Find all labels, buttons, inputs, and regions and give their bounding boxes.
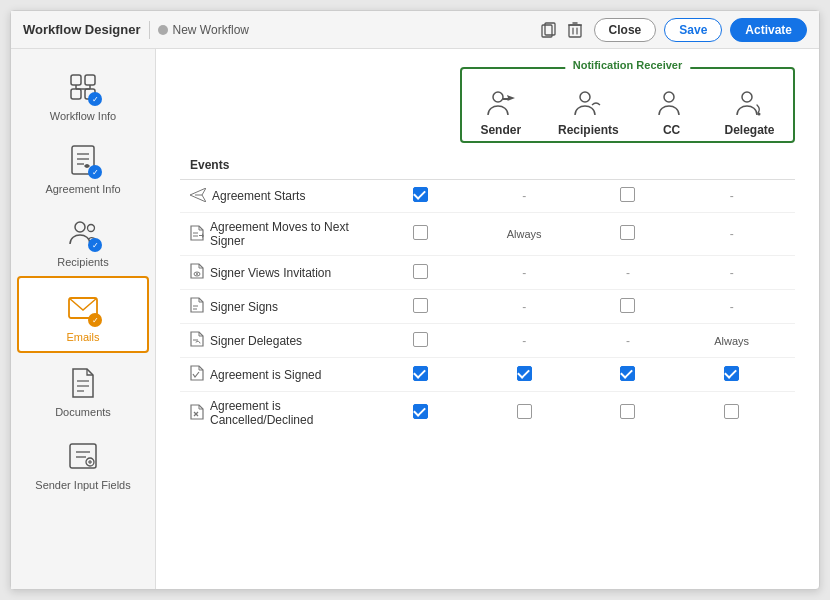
svg-point-41 [196, 273, 198, 275]
svg-point-32 [580, 92, 590, 102]
emails-badge: ✓ [88, 313, 102, 327]
sidebar-item-recipients[interactable]: ✓ Recipients [11, 203, 155, 276]
event-icon-1 [190, 225, 204, 244]
sidebar-item-emails[interactable]: ✓ Emails [17, 276, 149, 353]
sender-cell-3 [380, 290, 461, 324]
checkbox-checked[interactable] [413, 366, 428, 381]
checkbox-unchecked[interactable] [413, 225, 428, 240]
recipients-icon-wrap: ✓ [63, 213, 103, 253]
sidebar-label-agreement-info: Agreement Info [45, 183, 120, 195]
agreement-info-badge: ✓ [88, 165, 102, 179]
copy-icon[interactable] [541, 22, 558, 38]
svg-point-19 [88, 225, 95, 232]
delete-icon[interactable] [568, 22, 582, 38]
svg-rect-24 [70, 444, 96, 468]
event-name-cell: Agreement is Cancelled/Declined [180, 392, 380, 435]
checkbox-unchecked[interactable] [620, 404, 635, 419]
delegate-col-spacer [668, 151, 795, 180]
app-title: Workflow Designer [23, 22, 141, 37]
recipients-cell-4: - [461, 324, 588, 358]
recipients-cell-0: - [461, 180, 588, 213]
table-row: Agreement is Signed [180, 358, 795, 392]
svg-point-30 [493, 92, 503, 102]
workflow-info-icon-wrap: ✓ [63, 67, 103, 107]
svg-rect-2 [569, 25, 581, 37]
always-text: Always [714, 335, 749, 347]
checkbox-unchecked[interactable] [413, 332, 428, 347]
sidebar-item-agreement-info[interactable]: ✓ Agreement Info [11, 130, 155, 203]
body: ✓ Workflow Info ✓ Agreement Info [11, 49, 819, 589]
dash-text: - [626, 334, 630, 348]
cc-cell-1 [587, 213, 668, 256]
sender-header-label: Sender [480, 123, 521, 137]
sender-input-fields-icon-wrap [63, 436, 103, 476]
checkbox-unchecked[interactable] [724, 404, 739, 419]
header-icon-group [541, 22, 582, 38]
table-row: Signer Delegates - - Always [180, 324, 795, 358]
workflow-name-label: New Workflow [173, 23, 249, 37]
svg-rect-7 [71, 75, 81, 85]
event-icon-3 [190, 297, 204, 316]
checkbox-checked[interactable] [517, 366, 532, 381]
event-icon-4 [190, 331, 204, 350]
svg-point-35 [757, 113, 760, 116]
event-name-cell: Signer Signs [180, 290, 380, 324]
sidebar-item-sender-input-fields[interactable]: Sender Input Fields [11, 426, 155, 499]
recipients-cell-6 [461, 392, 588, 435]
activate-button[interactable]: Activate [730, 18, 807, 42]
event-icon-2 [190, 263, 204, 282]
delegate-cell-0: - [668, 180, 795, 213]
recipients-cell-1: Always [461, 213, 588, 256]
dash-text: - [730, 189, 734, 203]
dash-text: - [522, 266, 526, 280]
close-button[interactable]: Close [594, 18, 657, 42]
event-name-cell: Signer Views Invitation [180, 256, 380, 290]
sender-cell-0 [380, 180, 461, 213]
sidebar-label-emails: Emails [66, 331, 99, 343]
event-label: Agreement Moves to Next Signer [210, 220, 370, 248]
cc-cell-4: - [587, 324, 668, 358]
app-window: Workflow Designer New Workflow [10, 10, 820, 590]
header-buttons: Close Save Activate [594, 18, 807, 42]
sidebar-item-documents[interactable]: Documents [11, 353, 155, 426]
documents-icon-wrap [63, 363, 103, 403]
event-name-cell: Agreement Moves to Next Signer [180, 213, 380, 256]
svg-point-34 [742, 92, 752, 102]
checkbox-unchecked[interactable] [620, 225, 635, 240]
checkbox-unchecked[interactable] [620, 187, 635, 202]
svg-marker-31 [503, 95, 515, 101]
checkbox-checked[interactable] [413, 404, 428, 419]
sidebar-label-recipients: Recipients [57, 256, 108, 268]
dash-text: - [730, 266, 734, 280]
sender-col-spacer [380, 151, 461, 180]
svg-rect-9 [71, 89, 81, 99]
recipients-cell-5 [461, 358, 588, 392]
sender-column-header: Sender [480, 87, 521, 137]
delegate-header-label: Delegate [724, 123, 774, 137]
table-row: Agreement is Cancelled/Declined [180, 392, 795, 435]
delegate-cell-3: - [668, 290, 795, 324]
save-button[interactable]: Save [664, 18, 722, 42]
cc-cell-5 [587, 358, 668, 392]
checkbox-unchecked[interactable] [620, 298, 635, 313]
events-table: Events Agreement Starts - [180, 151, 795, 434]
table-row: Agreement Moves to Next Signer Always - [180, 213, 795, 256]
checkbox-checked[interactable] [724, 366, 739, 381]
checkbox-checked[interactable] [620, 366, 635, 381]
checkbox-unchecked[interactable] [413, 264, 428, 279]
checkbox-checked[interactable] [413, 187, 428, 202]
sidebar-item-workflow-info[interactable]: ✓ Workflow Info [11, 57, 155, 130]
notification-receiver-label: Notification Receiver [565, 59, 690, 71]
dash-text: - [522, 334, 526, 348]
checkbox-unchecked[interactable] [413, 298, 428, 313]
delegate-column-header: Delegate [724, 87, 774, 137]
cc-cell-6 [587, 392, 668, 435]
recipients-badge: ✓ [88, 238, 102, 252]
sidebar: ✓ Workflow Info ✓ Agreement Info [11, 49, 156, 589]
recipients-cell-2: - [461, 256, 588, 290]
table-row: Signer Views Invitation - - - [180, 256, 795, 290]
checkbox-unchecked[interactable] [517, 404, 532, 419]
workflow-status-dot [158, 25, 168, 35]
sender-cell-1 [380, 213, 461, 256]
event-label: Signer Signs [210, 300, 278, 314]
